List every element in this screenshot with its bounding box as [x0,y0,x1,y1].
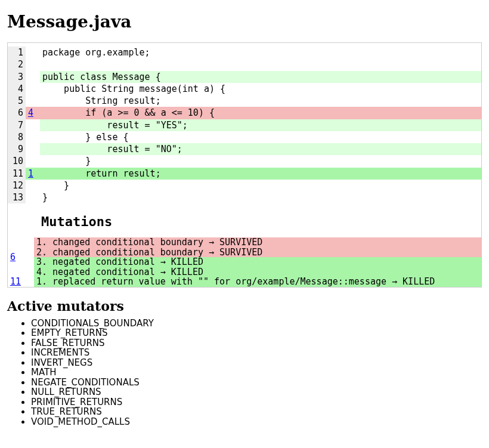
mutation-desc: 4. negated conditional → KILLED [34,267,481,277]
mutation-count-cell [26,47,40,58]
mutation-desc: 3. negated conditional → KILLED [34,257,481,267]
mutator-item: NEGATE_CONDITIONALS [31,378,482,388]
mutation-desc: 2. changed conditional boundary → SURVIV… [34,248,481,258]
line-number: 12 [8,180,26,191]
code-row: 9 result = "NO"; [8,143,481,155]
mutation-count-cell [26,191,40,203]
mutator-item: INCREMENTS [31,348,482,358]
mutation-count-cell [26,180,40,191]
line-number: 11 [8,168,26,180]
line-number: 7 [8,119,26,131]
code-row: 10 } [8,155,481,167]
mutation-count-link[interactable]: 4 [28,107,33,118]
code-cell: if (a >= 0 && a <= 10) { [40,107,481,119]
code-cell: public String message(int a) { [40,83,481,95]
mutation-count-cell [26,71,40,83]
mutator-item: EMPTY_RETURNS [31,328,482,338]
line-number: 1 [8,47,26,58]
code-row: 2 [8,58,481,70]
active-mutators-list: CONDITIONALS_BOUNDARYEMPTY_RETURNSFALSE_… [7,319,482,427]
line-number: 3 [8,71,26,83]
code-row: 4 public String message(int a) { [8,83,481,95]
mutator-item: NULL_RETURNS [31,387,482,397]
code-row: 12 } [8,180,481,191]
code-row: 7 result = "YES"; [8,119,481,131]
mutation-desc: 1. changed conditional boundary → SURVIV… [34,237,481,248]
code-cell: result = "YES"; [40,119,481,131]
mutator-item: TRUE_RETURNS [31,407,482,417]
mutation-line-link[interactable]: 6 [10,252,16,262]
mutation-line-link[interactable]: 11 [10,276,21,287]
line-number: 10 [8,155,26,167]
mutation-count-cell [26,83,40,95]
code-row: 1package org.example; [8,47,481,58]
page-title: Message.java [7,12,482,32]
line-number: 2 [8,58,26,70]
code-cell: package org.example; [40,47,481,58]
mutator-item: INVERT_NEGS [31,358,482,368]
code-row: 3public class Message { [8,71,481,83]
mutator-item: MATH [31,367,482,378]
mutation-count-cell[interactable]: 4 [26,107,40,119]
mutation-count-cell[interactable]: 1 [26,168,40,180]
mutator-item: PRIMITIVE_RETURNS [31,397,482,407]
mutation-count-link[interactable]: 1 [28,168,33,179]
mutation-count-cell [26,131,40,143]
mutation-desc: 1. replaced return value with "" for org… [34,277,481,287]
code-cell: } [40,191,481,203]
code-cell: result = "NO"; [40,143,481,155]
line-number: 4 [8,83,26,95]
code-cell: public class Message { [40,71,481,83]
code-cell: return result; [40,168,481,180]
mutation-line-cell[interactable]: 6 [8,237,34,277]
mutation-count-cell [26,155,40,167]
mutation-count-cell [26,143,40,155]
mutator-item: CONDITIONALS_BOUNDARY [31,319,482,329]
code-report-box: 1package org.example;23public class Mess… [7,42,482,288]
code-cell: String result; [40,95,481,107]
code-table: 1package org.example;23public class Mess… [8,47,481,203]
line-number: 8 [8,131,26,143]
code-cell [40,58,481,70]
line-number: 9 [8,143,26,155]
mutations-table: 61. changed conditional boundary → SURVI… [8,237,481,287]
mutation-count-cell [26,95,40,107]
code-row: 8 } else { [8,131,481,143]
mutation-row: 111. replaced return value with "" for o… [8,277,481,287]
mutation-row: 61. changed conditional boundary → SURVI… [8,237,481,277]
line-number: 13 [8,191,26,203]
line-number: 5 [8,95,26,107]
mutation-count-cell [26,119,40,131]
mutation-desc-cell: 1. replaced return value with "" for org… [34,277,481,287]
line-number: 6 [8,107,26,119]
mutator-item: VOID_METHOD_CALLS [31,417,482,427]
mutation-count-cell [26,58,40,70]
code-row: 13} [8,191,481,203]
code-row: 111 return result; [8,168,481,180]
code-row: 64 if (a >= 0 && a <= 10) { [8,107,481,119]
active-mutators-heading: Active mutators [7,298,482,314]
mutator-item: FALSE_RETURNS [31,338,482,348]
mutation-desc-cell: 1. changed conditional boundary → SURVIV… [34,237,481,277]
code-row: 5 String result; [8,95,481,107]
code-cell: } else { [40,131,481,143]
code-cell: } [40,155,481,167]
code-cell: } [40,180,481,191]
mutation-line-cell[interactable]: 11 [8,277,34,287]
mutations-heading: Mutations [8,214,481,229]
